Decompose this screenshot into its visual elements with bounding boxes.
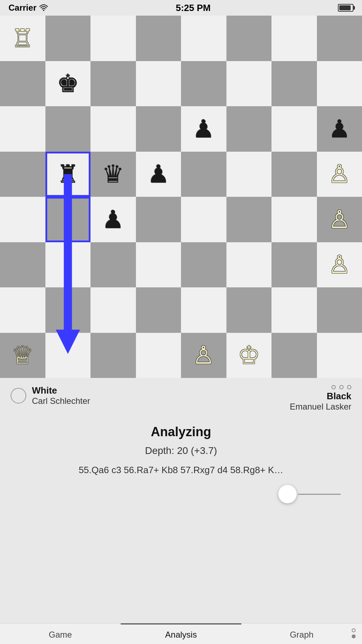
square-h1[interactable] — [317, 333, 362, 378]
square-b6[interactable] — [45, 106, 91, 152]
square-g5[interactable] — [272, 152, 317, 197]
white-name: Carl Schlechter — [32, 396, 90, 406]
square-a8[interactable]: ♖ — [0, 16, 45, 61]
square-c5[interactable]: ♛ — [90, 152, 136, 197]
square-e1[interactable]: ♙ — [181, 333, 226, 378]
square-d2[interactable] — [136, 287, 181, 333]
square-g6[interactable] — [272, 106, 317, 152]
square-a6[interactable] — [0, 106, 45, 152]
black-♟-piece: ♟ — [147, 162, 170, 186]
square-d8[interactable] — [136, 16, 181, 61]
square-d3[interactable] — [136, 242, 181, 288]
square-e4[interactable] — [181, 197, 226, 242]
white-♙-piece: ♙ — [328, 252, 351, 277]
square-d7[interactable] — [136, 61, 181, 107]
square-f1[interactable]: ♔ — [226, 333, 272, 378]
tab-analysis[interactable]: Analysis — [121, 623, 241, 644]
square-b8[interactable] — [45, 16, 91, 61]
tab-game[interactable]: Game — [0, 623, 121, 644]
square-b5[interactable]: ♜ — [45, 152, 91, 197]
menu-dot-3[interactable] — [347, 385, 351, 389]
black-♚-piece: ♚ — [57, 71, 79, 96]
battery-indicator — [338, 4, 353, 12]
black-♛-piece: ♛ — [102, 162, 124, 186]
square-f6[interactable] — [226, 106, 272, 152]
square-e8[interactable] — [181, 16, 226, 61]
slider-track[interactable] — [298, 494, 341, 495]
graph-dot-top — [352, 628, 356, 632]
square-f7[interactable] — [226, 61, 272, 107]
square-h3[interactable]: ♙ — [317, 242, 362, 288]
square-c3[interactable] — [90, 242, 136, 288]
square-b4[interactable] — [45, 197, 91, 242]
status-bar: Carrier 5:25 PM — [0, 0, 362, 16]
square-b3[interactable] — [45, 242, 91, 288]
square-d6[interactable] — [136, 106, 181, 152]
slider-thumb[interactable] — [278, 485, 297, 503]
chess-board-container: ♖♚♟♟♜♛♟♙♟♙♙♕♙♔ — [0, 16, 362, 378]
moves-text: 55.Qa6 c3 56.Ra7+ Kb8 57.Rxg7 d4 58.Rg8+… — [11, 464, 351, 476]
square-c2[interactable] — [90, 287, 136, 333]
chess-board[interactable]: ♖♚♟♟♜♛♟♙♟♙♙♕♙♔ — [0, 16, 362, 378]
tab-active-indicator — [121, 623, 241, 624]
square-e6[interactable]: ♟ — [181, 106, 226, 152]
square-e2[interactable] — [181, 287, 226, 333]
square-c1[interactable] — [90, 333, 136, 378]
square-a7[interactable] — [0, 61, 45, 107]
wifi-icon — [39, 4, 49, 12]
square-h5[interactable]: ♙ — [317, 152, 362, 197]
square-h4[interactable]: ♙ — [317, 197, 362, 242]
square-a3[interactable] — [0, 242, 45, 288]
square-h2[interactable] — [317, 287, 362, 333]
square-e3[interactable] — [181, 242, 226, 288]
square-h8[interactable] — [317, 16, 362, 61]
white-♙-piece: ♙ — [328, 162, 351, 186]
menu-dot-2[interactable] — [339, 385, 344, 389]
dots-menu[interactable] — [290, 385, 351, 389]
square-e7[interactable] — [181, 61, 226, 107]
square-f5[interactable] — [226, 152, 272, 197]
square-g7[interactable] — [272, 61, 317, 107]
square-g2[interactable] — [272, 287, 317, 333]
square-f8[interactable] — [226, 16, 272, 61]
square-c4[interactable]: ♟ — [90, 197, 136, 242]
square-c8[interactable] — [90, 16, 136, 61]
graph-extra-dots — [352, 628, 356, 638]
square-f3[interactable] — [226, 242, 272, 288]
square-h7[interactable] — [317, 61, 362, 107]
analysis-section: Analyzing Depth: 20 (+3.7) 55.Qa6 c3 56.… — [0, 421, 362, 513]
white-player-circle — [11, 388, 26, 404]
tab-graph[interactable]: Graph — [241, 623, 362, 644]
square-f2[interactable] — [226, 287, 272, 333]
square-d4[interactable] — [136, 197, 181, 242]
square-d1[interactable] — [136, 333, 181, 378]
black-♟-piece: ♟ — [328, 117, 351, 141]
square-e5[interactable] — [181, 152, 226, 197]
square-d5[interactable]: ♟ — [136, 152, 181, 197]
square-a2[interactable] — [0, 287, 45, 333]
square-a4[interactable] — [0, 197, 45, 242]
battery-icon — [338, 4, 353, 12]
square-b7[interactable]: ♚ — [45, 61, 91, 107]
square-g8[interactable] — [272, 16, 317, 61]
square-a1[interactable]: ♕ — [0, 333, 45, 378]
square-f4[interactable] — [226, 197, 272, 242]
analyzing-title: Analyzing — [11, 424, 351, 439]
tab-analysis-label: Analysis — [165, 630, 197, 640]
square-c6[interactable] — [90, 106, 136, 152]
depth-text: Depth: 20 (+3.7) — [11, 445, 351, 456]
square-c7[interactable] — [90, 61, 136, 107]
white-♙-piece: ♙ — [328, 207, 351, 232]
square-b2[interactable] — [45, 287, 91, 333]
square-a5[interactable] — [0, 152, 45, 197]
square-b1[interactable] — [45, 333, 91, 378]
white-player-info: White Carl Schlechter — [32, 385, 90, 406]
square-g4[interactable] — [272, 197, 317, 242]
white-♕-piece: ♕ — [11, 343, 34, 368]
square-h6[interactable]: ♟ — [317, 106, 362, 152]
white-♙-piece: ♙ — [192, 343, 215, 368]
square-g1[interactable] — [272, 333, 317, 378]
square-g3[interactable] — [272, 242, 317, 288]
menu-dot-1[interactable] — [331, 385, 336, 389]
svg-point-0 — [43, 10, 44, 11]
